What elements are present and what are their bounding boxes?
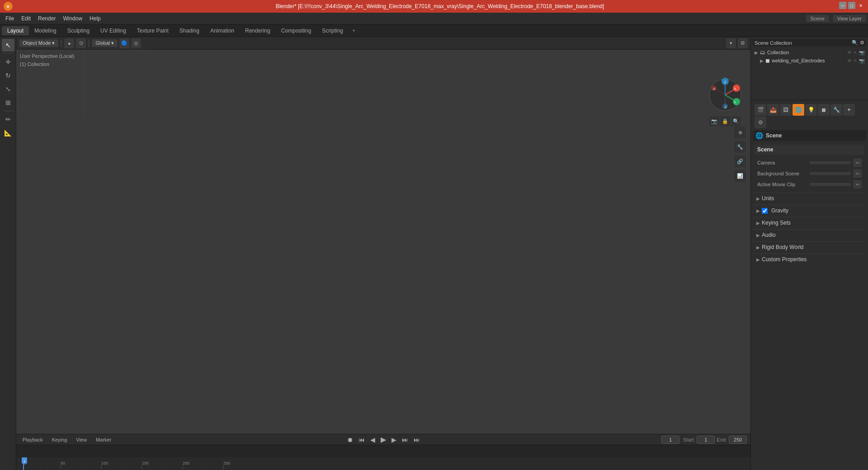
visibility-eye-icon[interactable]: 👁	[847, 50, 852, 55]
end-frame-input[interactable]	[729, 436, 747, 444]
electrode-eye-icon[interactable]: 👁	[847, 58, 852, 63]
properties-icon-bar: 🎬 📤 🖼 🌐 💡 ◼ 🔧 ✦ ⚙	[753, 102, 866, 130]
minimize-button[interactable]: ─	[839, 2, 846, 9]
menu-help[interactable]: Help	[86, 14, 104, 23]
marker-menu[interactable]: Marker	[93, 436, 114, 443]
electrode-render-icon[interactable]: 📷	[859, 58, 864, 63]
view-layer-selector[interactable]: View Layer	[833, 15, 866, 22]
units-chevron-icon: ▶	[756, 196, 760, 201]
gravity-section-header[interactable]: ▶ Gravity	[753, 205, 866, 216]
rigid-body-world-section-header[interactable]: ▶ Rigid Body World	[753, 242, 866, 253]
camera-value[interactable]	[810, 161, 851, 164]
play-button[interactable]: ▶	[379, 434, 388, 445]
gravity-checkbox[interactable]	[762, 208, 768, 214]
viewport-options-button[interactable]: ⚙	[738, 38, 748, 48]
rotate-tool-button[interactable]: ↻	[2, 69, 14, 82]
start-frame-input[interactable]	[697, 436, 715, 444]
render-properties-button[interactable]: 🎬	[755, 104, 766, 116]
custom-properties-section-header[interactable]: ▶ Custom Properties	[753, 254, 866, 265]
constraint-gizmo[interactable]: 🔗	[734, 155, 746, 167]
viewport-shading-solid[interactable]: ●	[64, 38, 74, 48]
tab-shading[interactable]: Shading	[174, 26, 205, 35]
jump-to-end-button[interactable]: ⏭	[412, 435, 422, 444]
tab-uv-editing[interactable]: UV Editing	[95, 26, 132, 35]
tab-compositing[interactable]: Compositing	[276, 26, 317, 35]
start-label: Start:	[683, 437, 695, 442]
select-tool-button[interactable]: ↖	[2, 39, 14, 52]
active-movie-clip-edit-button[interactable]: ✏	[854, 180, 862, 188]
output-properties-button[interactable]: 📤	[767, 104, 779, 116]
maximize-button[interactable]: □	[848, 2, 855, 9]
tab-texture-paint[interactable]: Texture Paint	[132, 26, 174, 35]
units-section-header[interactable]: ▶ Units	[753, 193, 866, 204]
tab-scripting[interactable]: Scripting	[316, 26, 349, 35]
transform-tool-button[interactable]: ⊞	[2, 96, 14, 109]
tab-animation[interactable]: Animation	[205, 26, 240, 35]
camera-edit-button[interactable]: ✏	[854, 159, 862, 167]
global-local-selector[interactable]: Global ▾	[92, 39, 118, 47]
lock-to-object-button[interactable]: 🔒	[720, 116, 730, 126]
jump-to-start-button[interactable]: ⏺	[345, 435, 355, 444]
playback-menu[interactable]: Playback	[20, 436, 46, 443]
prev-keyframe-button[interactable]: ⏮	[357, 435, 367, 444]
add-workspace-button[interactable]: +	[349, 26, 359, 35]
zoom-to-fit-button[interactable]: 🔍	[731, 116, 741, 126]
scale-tool-button[interactable]: ⤡	[2, 83, 14, 95]
view-menu-button[interactable]: ▾	[726, 38, 736, 48]
step-forward-button[interactable]: ▶	[390, 435, 398, 444]
viewport-canvas[interactable]: User Perspective (Local) (1) Collection …	[16, 50, 750, 434]
next-keyframe-button[interactable]: ⏭	[400, 435, 410, 444]
data-gizmo[interactable]: 📊	[734, 170, 746, 182]
camera-row: Camera ✏	[755, 157, 864, 168]
background-scene-edit-button[interactable]: ✏	[854, 169, 862, 178]
close-button[interactable]: ✕	[857, 2, 864, 9]
active-movie-clip-value[interactable]	[810, 183, 851, 186]
menu-render[interactable]: Render	[34, 14, 59, 23]
world-properties-button[interactable]: 💡	[805, 104, 817, 116]
tab-layout[interactable]: Layout	[2, 26, 29, 35]
mode-selector[interactable]: Object Mode ▾	[19, 39, 58, 47]
tab-rendering[interactable]: Rendering	[240, 26, 275, 35]
audio-section-header[interactable]: ▶ Audio	[753, 230, 866, 240]
visibility-render-icon[interactable]: 📷	[859, 50, 864, 55]
proportional-edit-button[interactable]: ◎	[131, 38, 141, 48]
expand-electrode-icon[interactable]: ▶	[760, 58, 764, 63]
snap-button[interactable]: 🔵	[119, 38, 129, 48]
menu-file[interactable]: File	[2, 14, 18, 23]
object-properties-button[interactable]: ◼	[818, 104, 830, 116]
modifier-properties-button[interactable]: 🔧	[830, 104, 842, 116]
outliner-filter-icon[interactable]: 🔍	[852, 40, 858, 46]
background-scene-value[interactable]	[810, 172, 851, 175]
electrode-cursor-icon[interactable]: ↖	[854, 58, 857, 63]
current-frame-input[interactable]	[661, 436, 679, 444]
move-tool-button[interactable]: ✛	[2, 56, 14, 68]
collection-text: (1) Collection	[20, 61, 74, 69]
visibility-cursor-icon[interactable]: ↖	[854, 50, 857, 55]
menu-window[interactable]: Window	[59, 14, 86, 23]
keying-sets-section-header[interactable]: ▶ Keying Sets	[753, 217, 866, 228]
expand-collection-icon[interactable]: ▶	[755, 50, 758, 55]
camera-view-button[interactable]: 📷	[709, 116, 719, 126]
collection-item[interactable]: ▶ 🗂 Collection 👁 ↖ 📷	[753, 48, 866, 56]
timeline-ruler[interactable]: // Will be drawn via JS below 1 50 100 1…	[16, 457, 750, 470]
object-properties-gizmo[interactable]: ⊕	[734, 127, 746, 138]
keying-menu[interactable]: Keying	[49, 436, 70, 443]
physics-properties-button[interactable]: ⚙	[755, 117, 766, 128]
measure-tool-button[interactable]: 📐	[2, 127, 14, 139]
annotate-tool-button[interactable]: ✏	[2, 113, 14, 126]
view-menu[interactable]: View	[73, 436, 90, 443]
scene-properties-button[interactable]: 🌐	[793, 104, 804, 116]
navigation-gizmo[interactable]: X -X Y Z -Z 📷 🔒	[707, 77, 743, 113]
electrode-item[interactable]: ▶ ◼ welding_rod_Electrodes 👁 ↖ 📷	[758, 56, 866, 65]
outliner-options-icon[interactable]: ⚙	[860, 40, 864, 46]
modifier-gizmo[interactable]: 🔧	[734, 141, 746, 153]
window-title: Blender* [E:\!!!conv_3\44\Single_Arc_Wel…	[15, 3, 864, 9]
view-layer-properties-button[interactable]: 🖼	[780, 104, 792, 116]
overlays-button[interactable]: ⊙	[76, 38, 86, 48]
tab-sculpting[interactable]: Sculpting	[62, 26, 95, 35]
scene-selector[interactable]: Scene	[806, 15, 829, 22]
step-back-button[interactable]: ◀	[368, 435, 377, 444]
menu-edit[interactable]: Edit	[18, 14, 34, 23]
tab-modeling[interactable]: Modeling	[29, 26, 62, 35]
particle-properties-button[interactable]: ✦	[843, 104, 855, 116]
